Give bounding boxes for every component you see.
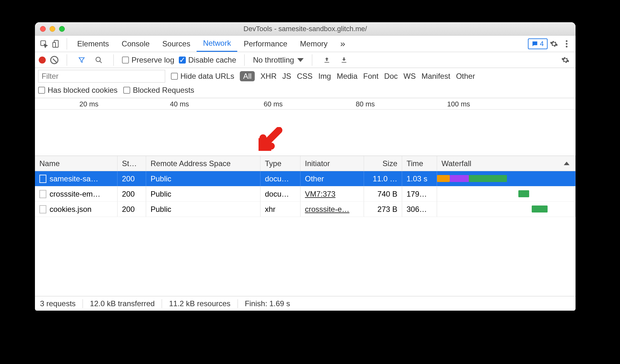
tabs-overflow-icon[interactable]: »	[334, 36, 352, 52]
has-blocked-cookies-checkbox[interactable]: Has blocked cookies	[38, 86, 118, 95]
chevron-down-icon	[297, 58, 304, 62]
settings-gear-icon[interactable]	[548, 37, 560, 50]
table-row[interactable]: cookies.json200Publicxhrcrosssite-e…273 …	[35, 202, 576, 217]
waterfall-cell	[437, 202, 576, 217]
timeline-overview[interactable]: 20 ms 40 ms 60 ms 80 ms 100 ms	[35, 98, 576, 156]
timeline-tick: 60 ms	[264, 100, 283, 108]
filter-type-doc[interactable]: Doc	[384, 72, 398, 81]
download-har-icon[interactable]	[338, 54, 350, 66]
svg-rect-7	[325, 62, 329, 63]
filter-type-js[interactable]: JS	[282, 72, 291, 81]
preserve-log-label: Preserve log	[131, 56, 174, 64]
separator	[312, 54, 312, 66]
tab-console[interactable]: Console	[115, 36, 156, 52]
col-initiator[interactable]: Initiator	[300, 156, 364, 171]
search-icon[interactable]	[92, 54, 105, 66]
status-requests: 3 requests	[40, 299, 76, 308]
col-remote-address-space[interactable]: Remote Address Space	[146, 156, 260, 171]
tab-performance[interactable]: Performance	[237, 36, 293, 52]
minimize-window-button[interactable]	[50, 26, 55, 32]
svg-point-3	[566, 40, 567, 42]
filter-toggle-icon[interactable]	[75, 54, 88, 66]
tab-network[interactable]: Network	[197, 36, 237, 52]
timeline-tick: 20 ms	[79, 100, 98, 108]
separator	[67, 38, 67, 50]
issues-count: 4	[540, 40, 544, 48]
issues-badge[interactable]: 4	[528, 38, 548, 49]
col-time[interactable]: Time	[402, 156, 437, 171]
separator	[113, 54, 114, 66]
waterfall-cell	[437, 186, 576, 201]
timeline-tick: 80 ms	[356, 100, 375, 108]
svg-point-6	[96, 57, 100, 62]
device-toolbar-icon[interactable]	[50, 37, 63, 50]
devtools-window: DevTools - samesite-sandbox.glitch.me/ E…	[35, 22, 576, 311]
requests-table: Name St… Remote Address Space Type Initi…	[35, 156, 576, 296]
tab-sources[interactable]: Sources	[156, 36, 197, 52]
window-title: DevTools - samesite-sandbox.glitch.me/	[35, 25, 576, 33]
status-transferred: 12.0 kB transferred	[90, 299, 155, 308]
upload-har-icon[interactable]	[320, 54, 333, 66]
col-type[interactable]: Type	[260, 156, 300, 171]
filter-input[interactable]	[38, 70, 165, 83]
more-menu-icon[interactable]	[560, 37, 573, 50]
filter-type-font[interactable]: Font	[363, 72, 379, 81]
blocked-requests-label: Blocked Requests	[133, 86, 194, 95]
table-row[interactable]: samesite-sa…200Publicdocu…Other11.0 …1.0…	[35, 171, 576, 186]
table-row[interactable]: crosssite-em…200Publicdocu…VM7:373740 B1…	[35, 186, 576, 202]
throttling-label: No throttling	[253, 56, 294, 64]
filter-type-media[interactable]: Media	[337, 72, 357, 81]
separator	[244, 54, 245, 66]
filter-type-all[interactable]: All	[240, 71, 255, 81]
titlebar: DevTools - samesite-sandbox.glitch.me/	[35, 22, 576, 36]
col-status[interactable]: St…	[118, 156, 146, 171]
has-blocked-cookies-label: Has blocked cookies	[48, 86, 118, 95]
hide-data-urls-checkbox[interactable]: Hide data URLs	[171, 72, 234, 81]
record-button[interactable]	[39, 57, 46, 64]
status-finish: Finish: 1.69 s	[245, 299, 290, 308]
close-window-button[interactable]	[40, 26, 46, 32]
filter-type-xhr[interactable]: XHR	[260, 72, 277, 81]
table-header: Name St… Remote Address Space Type Initi…	[35, 156, 576, 171]
throttling-select[interactable]: No throttling	[253, 56, 303, 64]
status-resources: 11.2 kB resources	[169, 299, 230, 308]
timeline-tick: 40 ms	[170, 100, 189, 108]
disable-cache-checkbox[interactable]: ✓Disable cache	[179, 56, 236, 64]
status-bar: 3 requests 12.0 kB transferred 11.2 kB r…	[35, 296, 576, 311]
waterfall-cell	[437, 171, 576, 186]
file-icon	[39, 205, 46, 213]
disable-cache-label: Disable cache	[188, 56, 236, 64]
file-icon	[39, 190, 46, 198]
svg-rect-2	[53, 42, 56, 47]
filter-type-manifest[interactable]: Manifest	[421, 72, 450, 81]
col-name[interactable]: Name	[35, 156, 118, 171]
zoom-window-button[interactable]	[59, 26, 65, 32]
filter-type-other[interactable]: Other	[456, 72, 475, 81]
sort-ascending-icon	[564, 162, 569, 165]
initiator-link[interactable]: VM7:373	[305, 190, 335, 199]
hide-data-urls-label: Hide data URLs	[180, 72, 234, 81]
timeline-tick: 100 ms	[447, 100, 470, 108]
initiator-link[interactable]: crosssite-e…	[305, 205, 349, 214]
svg-point-4	[566, 43, 567, 44]
filter-type-img[interactable]: Img	[318, 72, 331, 81]
separator	[67, 54, 67, 66]
filter-bar: Hide data URLs All XHR JS CSS Img Media …	[35, 68, 576, 98]
clear-button[interactable]	[50, 56, 58, 64]
col-waterfall[interactable]: Waterfall	[437, 156, 576, 171]
file-icon	[39, 175, 46, 183]
filter-type-ws[interactable]: WS	[403, 72, 416, 81]
col-size[interactable]: Size	[364, 156, 402, 171]
svg-point-5	[566, 45, 567, 47]
window-controls	[40, 26, 65, 32]
network-settings-gear-icon[interactable]	[559, 54, 572, 66]
filter-type-css[interactable]: CSS	[297, 72, 313, 81]
inspect-element-icon[interactable]	[37, 37, 50, 50]
svg-rect-8	[342, 62, 347, 63]
devtools-tabstrip: Elements Console Sources Network Perform…	[35, 36, 576, 52]
tab-memory[interactable]: Memory	[294, 36, 334, 52]
blocked-requests-checkbox[interactable]: Blocked Requests	[123, 86, 194, 95]
preserve-log-checkbox[interactable]: Preserve log	[122, 56, 174, 64]
table-body: samesite-sa…200Publicdocu…Other11.0 …1.0…	[35, 171, 576, 296]
tab-elements[interactable]: Elements	[71, 36, 115, 52]
